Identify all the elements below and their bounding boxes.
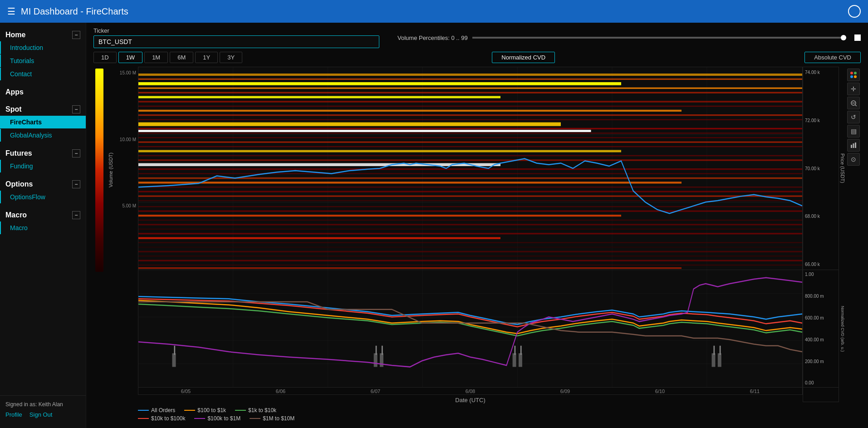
charts-svg-wrapper: 6/05 6/06 6/07 6/08 6/09 6/10 6/11 Date …: [138, 67, 803, 423]
period-1d[interactable]: 1D: [93, 52, 117, 63]
volume-checkbox[interactable]: [854, 34, 861, 41]
content-area: Ticker Volume Percentiles: 0 .. 99 1D 1W…: [86, 23, 868, 428]
sidebar-section-header-home: Home −: [0, 27, 86, 41]
svg-rect-74: [520, 346, 522, 355]
svg-rect-88: [855, 143, 856, 148]
volume-slider[interactable]: [472, 37, 846, 39]
period-3y[interactable]: 3Y: [220, 52, 242, 63]
period-1m[interactable]: 1M: [144, 52, 168, 63]
ticker-input[interactable]: [93, 35, 379, 48]
svg-line-85: [855, 105, 857, 106]
legend-label-1m-10m: $1M to $10M: [263, 415, 294, 422]
svg-rect-75: [712, 353, 716, 367]
date-label-610: 6/10: [655, 389, 665, 394]
date-axis: 6/05 6/06 6/07 6/08 6/09 6/10 6/11: [138, 388, 803, 395]
svg-rect-54: [138, 270, 802, 387]
expand-home-icon[interactable]: −: [72, 31, 80, 39]
expand-spot-icon[interactable]: −: [72, 105, 80, 113]
svg-rect-69: [380, 353, 383, 367]
refresh-btn[interactable]: ↺: [847, 111, 860, 123]
date-label-608: 6/08: [466, 389, 475, 394]
date-label-605: 6/05: [181, 389, 191, 394]
svg-rect-72: [515, 346, 516, 355]
expand-macro-icon[interactable]: −: [72, 211, 80, 219]
heatmap-colorbar: [95, 69, 103, 272]
move-tool-btn[interactable]: ✛: [847, 83, 860, 95]
legend-all-orders: All Orders: [138, 407, 175, 413]
signout-link[interactable]: Sign Out: [29, 411, 53, 418]
sidebar-item-macro[interactable]: Macro: [0, 221, 86, 234]
date-label-607: 6/07: [371, 389, 380, 394]
cvd-axis: 1.00 800.00 m 600.00 m 400.00 m 200.00 m…: [803, 270, 839, 388]
cvd-chart: [138, 270, 803, 388]
price-label-74k: 74.00 k: [805, 70, 837, 75]
user-circle-icon[interactable]: [848, 5, 861, 18]
heatmap-chart: [138, 67, 803, 270]
svg-rect-87: [853, 143, 854, 148]
color-settings-btn[interactable]: [847, 69, 860, 81]
date-label-611: 6/11: [750, 389, 760, 394]
sidebar-section-home: Home − Introduction Tutorials Contact: [0, 27, 86, 81]
legend-10k-100k: $10k to $100k: [138, 415, 185, 422]
settings-btn[interactable]: ⊙: [847, 153, 860, 166]
period-1y[interactable]: 1Y: [195, 52, 218, 63]
color-bar-wrapper: [93, 67, 107, 423]
cvd-svg: [138, 270, 802, 387]
cvd-normalized[interactable]: Normalized CVD: [492, 52, 555, 63]
controls-row: Ticker Volume Percentiles: 0 .. 99: [93, 27, 861, 48]
menu-icon[interactable]: ☰: [7, 6, 15, 17]
legend-100-1k: $100 to $1k: [184, 407, 226, 413]
zoom-out-btn[interactable]: [847, 97, 860, 109]
svg-point-79: [850, 72, 853, 74]
svg-point-81: [850, 75, 853, 78]
cvd-label-600m: 600.00 m: [805, 315, 837, 320]
sidebar-section-header-futures: Futures −: [0, 146, 86, 159]
cvd-axis-label: Normalized CVD (arb. u.): [840, 306, 845, 352]
cvd-label-800m: 800.00 m: [805, 294, 837, 299]
sidebar-section-label-apps: Apps: [5, 88, 24, 96]
expand-futures-icon[interactable]: −: [72, 149, 80, 157]
legend-label-all-orders: All Orders: [151, 407, 175, 413]
price-axis-label: Price (USDT): [840, 153, 845, 183]
legend-row-1: All Orders $100 to $1k $1k to $10k: [138, 407, 803, 413]
cvd-label-400m: 400.00 m: [805, 337, 837, 342]
sidebar-item-tutorials[interactable]: Tutorials: [0, 54, 86, 67]
sidebar-section-macro: Macro − Macro: [0, 207, 86, 235]
legend-row-2: $10k to $100k $100k to $1M $1M to $10M: [138, 415, 803, 422]
sidebar-section-label-home: Home: [5, 31, 25, 39]
price-label-68k: 68.00 k: [805, 214, 837, 219]
sidebar-section-header-macro: Macro −: [0, 207, 86, 221]
sidebar-section-label-futures: Futures: [5, 149, 32, 157]
cvd-label-vert-container: Normalized CVD (arb. u.): [839, 270, 846, 388]
legend-label-100-1k: $100 to $1k: [197, 407, 226, 413]
legend-area: All Orders $100 to $1k $1k to $10k: [138, 405, 803, 423]
period-1w[interactable]: 1W: [118, 52, 143, 63]
sidebar-section-header-apps: Apps: [0, 84, 86, 98]
sidebar-section-label-macro: Macro: [5, 211, 27, 219]
volume-axis-label: Volume (USDT): [108, 153, 113, 187]
svg-rect-76: [713, 346, 715, 355]
profile-link[interactable]: Profile: [5, 411, 22, 418]
sidebar-item-optionsflow[interactable]: OptionsFlow: [0, 191, 86, 203]
sidebar-item-funding[interactable]: Funding: [0, 160, 86, 172]
sidebar-item-globalanalysis[interactable]: GlobalAnalysis: [0, 129, 86, 142]
price-label-72k: 72.00 k: [805, 118, 837, 123]
sidebar-item-contact[interactable]: Contact: [0, 68, 86, 80]
cvd-left-labels: [114, 274, 138, 398]
price-label-66k: 66.00 k: [805, 262, 837, 267]
sidebar-footer: Signed in as: Keith Alan Profile Sign Ou…: [0, 395, 86, 423]
sidebar-item-introduction[interactable]: Introduction: [0, 41, 86, 54]
legend-100k-1m: $100k to $1M: [194, 415, 240, 422]
heatmap-y-labels: 15.00 M 10.00 M 5.00 M: [114, 67, 138, 274]
cvd-absolute[interactable]: Absolute CVD: [804, 52, 861, 63]
cvd-label-1: 1.00: [805, 272, 837, 277]
sidebar-item-firecharts[interactable]: FireCharts: [0, 116, 86, 128]
color-bar-section: [93, 67, 107, 274]
sidebar: Home − Introduction Tutorials Contact Ap…: [0, 23, 86, 428]
chart-type-btn[interactable]: [847, 139, 860, 152]
expand-options-icon[interactable]: −: [72, 180, 80, 188]
sidebar-section-apps: Apps: [0, 84, 86, 98]
table-btn[interactable]: ▤: [847, 125, 860, 138]
x-axis-label: Date (UTC): [138, 395, 803, 405]
period-6m[interactable]: 6M: [170, 52, 193, 63]
